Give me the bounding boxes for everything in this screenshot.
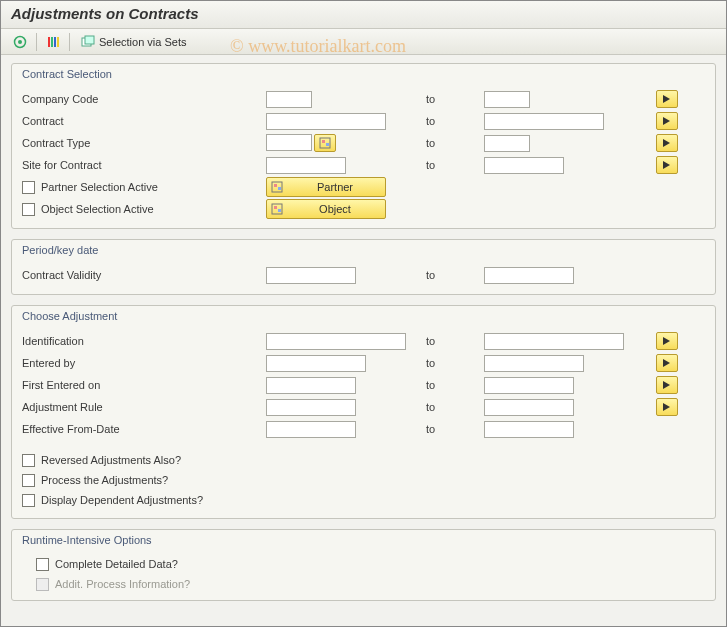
to-label: to <box>420 379 480 391</box>
site-to[interactable] <box>484 157 564 174</box>
svg-rect-3 <box>51 37 53 47</box>
multi-select-contract[interactable] <box>656 112 678 130</box>
toolbar-separator <box>36 33 37 51</box>
to-label: to <box>420 159 480 171</box>
label-reversed-adjustments: Reversed Adjustments Also? <box>22 450 705 470</box>
sets-icon <box>81 35 95 49</box>
label-adjustment-rule: Adjustment Rule <box>22 401 262 413</box>
toolbar-separator <box>69 33 70 51</box>
checkbox-display-dependent[interactable] <box>22 494 35 507</box>
svg-rect-7 <box>85 36 94 44</box>
entered-by-from[interactable] <box>266 355 366 372</box>
effective-from-to[interactable] <box>484 421 574 438</box>
multi-select-adjustment-rule[interactable] <box>656 398 678 416</box>
f4-help-contract-type[interactable] <box>314 134 336 152</box>
label-entered-by: Entered by <box>22 357 262 369</box>
label-first-entered-on: First Entered on <box>22 379 262 391</box>
checkbox-partner-selection[interactable] <box>22 181 35 194</box>
validity-from[interactable] <box>266 267 356 284</box>
content-area: Contract Selection Company Code to Contr… <box>1 55 726 611</box>
selection-via-sets-button[interactable]: Selection via Sets <box>75 33 192 51</box>
label-display-dependent: Display Dependent Adjustments? <box>22 490 705 510</box>
toolbar: Selection via Sets <box>1 29 726 55</box>
contract-to[interactable] <box>484 113 604 130</box>
expand-icon <box>271 203 283 215</box>
checkbox-addit-process <box>36 578 49 591</box>
checkbox-process[interactable] <box>22 474 35 487</box>
label-company-code: Company Code <box>22 93 262 105</box>
svg-rect-4 <box>54 37 56 47</box>
execute-icon[interactable] <box>9 32 31 52</box>
label-contract: Contract <box>22 115 262 127</box>
object-button[interactable]: Object <box>266 199 386 219</box>
label-addit-process: Addit. Process Information? <box>22 574 705 594</box>
multi-select-first-entered[interactable] <box>656 376 678 394</box>
checkbox-complete-detailed[interactable] <box>36 558 49 571</box>
contract-type-from[interactable] <box>266 134 312 151</box>
page-title: Adjustments on Contracts <box>1 1 726 29</box>
multi-select-site[interactable] <box>656 156 678 174</box>
to-label: to <box>420 357 480 369</box>
to-label: to <box>420 93 480 105</box>
svg-rect-10 <box>326 143 329 146</box>
group-title: Choose Adjustment <box>22 310 705 326</box>
group-runtime-options: Runtime-Intensive Options Complete Detai… <box>11 529 716 601</box>
validity-to[interactable] <box>484 267 574 284</box>
to-label: to <box>420 137 480 149</box>
site-from[interactable] <box>266 157 346 174</box>
label-contract-type: Contract Type <box>22 137 262 149</box>
label-partner-selection-active: Partner Selection Active <box>22 181 262 194</box>
svg-rect-16 <box>278 209 281 212</box>
selection-via-sets-label: Selection via Sets <box>99 36 186 48</box>
entered-by-to[interactable] <box>484 355 584 372</box>
svg-rect-15 <box>274 206 277 209</box>
to-label: to <box>420 335 480 347</box>
label-process-adjustments: Process the Adjustments? <box>22 470 705 490</box>
expand-icon <box>271 181 283 193</box>
group-title: Contract Selection <box>22 68 705 84</box>
multi-select-identification[interactable] <box>656 332 678 350</box>
svg-rect-12 <box>274 184 277 187</box>
contract-type-to[interactable] <box>484 135 530 152</box>
company-code-from[interactable] <box>266 91 312 108</box>
company-code-to[interactable] <box>484 91 530 108</box>
svg-rect-9 <box>322 140 325 143</box>
label-effective-from: Effective From-Date <box>22 423 262 435</box>
group-contract-selection: Contract Selection Company Code to Contr… <box>11 63 716 229</box>
to-label: to <box>420 115 480 127</box>
group-title: Period/key date <box>22 244 705 260</box>
to-label: to <box>420 423 480 435</box>
identification-from[interactable] <box>266 333 406 350</box>
identification-to[interactable] <box>484 333 624 350</box>
svg-rect-13 <box>278 187 281 190</box>
group-period: Period/key date Contract Validity to <box>11 239 716 295</box>
label-contract-validity: Contract Validity <box>22 269 262 281</box>
first-entered-to[interactable] <box>484 377 574 394</box>
svg-rect-5 <box>57 37 59 47</box>
checkbox-reversed[interactable] <box>22 454 35 467</box>
first-entered-from[interactable] <box>266 377 356 394</box>
to-label: to <box>420 269 480 281</box>
group-choose-adjustment: Choose Adjustment Identification to Ente… <box>11 305 716 519</box>
checkbox-object-selection[interactable] <box>22 203 35 216</box>
label-complete-detailed: Complete Detailed Data? <box>22 554 705 574</box>
partner-button[interactable]: Partner <box>266 177 386 197</box>
svg-rect-2 <box>48 37 50 47</box>
multi-select-entered-by[interactable] <box>656 354 678 372</box>
variant-icon[interactable] <box>42 32 64 52</box>
svg-point-1 <box>18 40 22 44</box>
label-site-for-contract: Site for Contract <box>22 159 262 171</box>
multi-select-company-code[interactable] <box>656 90 678 108</box>
effective-from-from[interactable] <box>266 421 356 438</box>
adjustment-rule-to[interactable] <box>484 399 574 416</box>
group-title: Runtime-Intensive Options <box>22 534 705 550</box>
multi-select-contract-type[interactable] <box>656 134 678 152</box>
to-label: to <box>420 401 480 413</box>
label-object-selection-active: Object Selection Active <box>22 203 262 216</box>
contract-from[interactable] <box>266 113 386 130</box>
label-identification: Identification <box>22 335 262 347</box>
adjustment-rule-from[interactable] <box>266 399 356 416</box>
